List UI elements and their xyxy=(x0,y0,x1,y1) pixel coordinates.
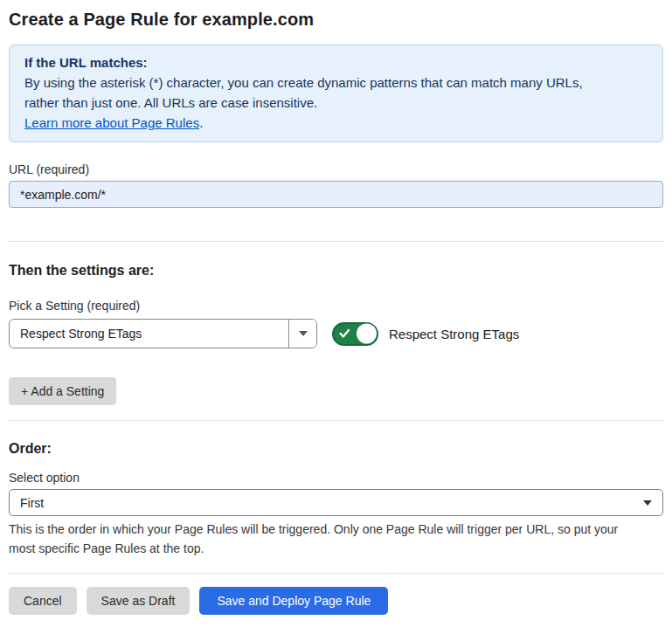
order-help-text: This is the order in which your Page Rul… xyxy=(9,520,638,558)
add-setting-button[interactable]: + Add a Setting xyxy=(9,377,116,405)
order-heading: Order: xyxy=(9,441,663,457)
toggle-knob xyxy=(357,324,377,344)
info-box-heading: If the URL matches: xyxy=(24,52,648,72)
settings-heading: Then the settings are: xyxy=(9,263,663,279)
setting-dropdown-value: Respect Strong ETags xyxy=(10,320,288,348)
page-title: Create a Page Rule for example.com xyxy=(9,0,663,30)
divider xyxy=(9,241,663,242)
save-draft-button[interactable]: Save as Draft xyxy=(87,587,191,615)
order-select[interactable]: First xyxy=(9,489,663,516)
caret-down-icon xyxy=(299,331,308,336)
info-box-link-line: Learn more about Page Rules. xyxy=(24,113,648,133)
setting-dropdown-button[interactable] xyxy=(288,320,316,348)
order-select-value: First xyxy=(10,496,44,510)
divider xyxy=(9,420,663,421)
caret-down-icon xyxy=(643,500,652,506)
divider xyxy=(9,573,663,574)
url-input[interactable] xyxy=(9,181,663,208)
cancel-button[interactable]: Cancel xyxy=(9,587,77,615)
info-box-body: By using the asterisk (*) character, you… xyxy=(24,72,601,113)
footer-actions: Cancel Save as Draft Save and Deploy Pag… xyxy=(9,587,663,615)
pick-setting-label: Pick a Setting (required) xyxy=(9,299,663,313)
check-icon xyxy=(339,329,350,339)
link-suffix: . xyxy=(199,115,203,130)
setting-dropdown[interactable]: Respect Strong ETags xyxy=(9,319,317,348)
select-option-label: Select option xyxy=(9,471,663,485)
toggle-label: Respect Strong ETags xyxy=(389,327,519,341)
url-match-info-box: If the URL matches: By using the asteris… xyxy=(9,45,663,142)
toggle-wrap: Respect Strong ETags xyxy=(332,322,519,346)
url-label: URL (required) xyxy=(9,162,663,176)
page-rule-form: Create a Page Rule for example.com If th… xyxy=(0,0,672,615)
etags-toggle[interactable] xyxy=(332,322,378,346)
setting-row: Respect Strong ETags Respect Strong ETag… xyxy=(9,319,663,348)
learn-more-link[interactable]: Learn more about Page Rules xyxy=(24,115,199,130)
save-deploy-button[interactable]: Save and Deploy Page Rule xyxy=(199,587,388,615)
